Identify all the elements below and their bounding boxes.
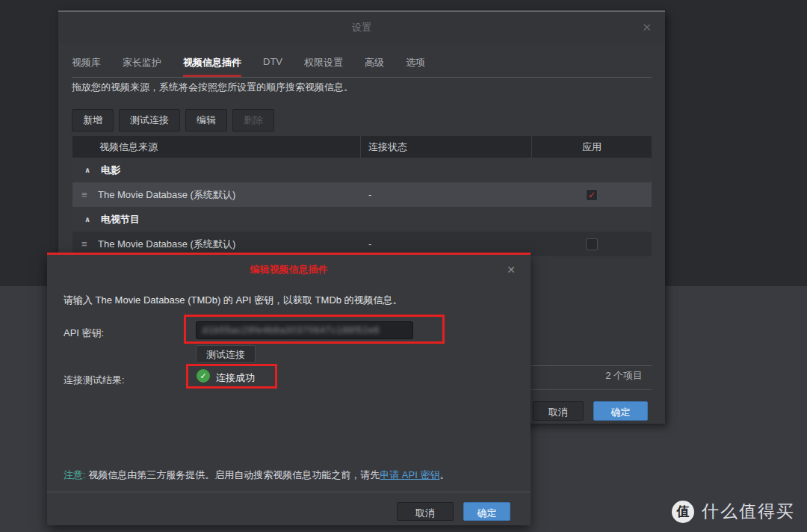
- watermark-text: 什么值得买: [702, 500, 795, 523]
- plugin-table: 视频信息来源 连接状态 应用 ∧ 电影 ≡ The Movie Database…: [72, 136, 652, 256]
- column-source: 视频信息来源: [72, 136, 361, 158]
- note-suffix: 。: [439, 469, 449, 480]
- note-text: 注意: 视频信息由第三方服务提供。启用自动搜索视频信息功能之前，请先申请 API…: [64, 468, 449, 482]
- tab-privileges[interactable]: 权限设置: [304, 50, 343, 77]
- result-value: 连接成功: [216, 371, 255, 385]
- table-row-movies-tmdb[interactable]: ≡ The Movie Database (系统默认) - ✓: [72, 182, 652, 207]
- modal-test-connection-button[interactable]: 测试连接: [196, 345, 256, 363]
- group-label: 电视节目: [101, 213, 140, 226]
- tab-video-library[interactable]: 视频库: [72, 50, 101, 77]
- note-prefix: 注意:: [64, 469, 86, 480]
- item-count: 2 个项目: [605, 369, 643, 383]
- group-label: 电影: [101, 164, 120, 177]
- close-icon[interactable]: ✕: [507, 264, 516, 276]
- close-icon[interactable]: ✕: [642, 21, 652, 34]
- applied-checkbox-unchecked[interactable]: [586, 238, 598, 250]
- result-label: 连接测试结果:: [64, 374, 125, 387]
- edit-plugin-dialog: 编辑视频信息插件 ✕ 请输入 The Movie Database (TMDb)…: [47, 253, 531, 525]
- tab-video-info-plugin[interactable]: 视频信息插件: [183, 50, 241, 77]
- drag-handle-icon[interactable]: ≡: [81, 189, 98, 200]
- success-check-icon: ✓: [197, 369, 210, 383]
- tab-advanced[interactable]: 高级: [365, 50, 384, 77]
- table-header: 视频信息来源 连接状态 应用: [72, 136, 652, 158]
- group-row-tvshows[interactable]: ∧ 电视节目: [72, 207, 652, 232]
- drag-handle-icon[interactable]: ≡: [81, 238, 98, 250]
- source-name: The Movie Database (系统默认): [98, 238, 235, 251]
- modal-ok-button[interactable]: 确定: [463, 502, 510, 521]
- chevron-up-icon[interactable]: ∧: [84, 215, 101, 223]
- modal-footer-divider: [47, 492, 531, 492]
- tab-parental-control[interactable]: 家长监护: [123, 50, 161, 77]
- connection-status: -: [361, 238, 532, 250]
- edit-dialog-title: 编辑视频信息插件: [47, 263, 531, 276]
- edit-button[interactable]: 编辑: [185, 109, 227, 132]
- chevron-up-icon[interactable]: ∧: [84, 166, 101, 174]
- tab-dtv[interactable]: DTV: [263, 50, 282, 77]
- plugin-description: 拖放您的视频来源，系统将会按照您所设置的顺序搜索视频信息。: [72, 81, 353, 94]
- apply-api-key-link[interactable]: 申请 API 密钥: [380, 469, 439, 480]
- settings-cancel-button[interactable]: 取消: [533, 401, 584, 421]
- delete-button: 删除: [232, 109, 274, 132]
- settings-dialog-title: 设置: [58, 12, 665, 43]
- settings-tab-bar: 视频库 家长监护 视频信息插件 DTV 权限设置 高级 选项: [72, 50, 652, 78]
- modal-cancel-button[interactable]: 取消: [397, 502, 454, 521]
- connection-status: -: [361, 189, 532, 200]
- add-button[interactable]: 新增: [72, 109, 114, 132]
- api-key-label: API 密钥:: [64, 327, 104, 340]
- test-connection-button[interactable]: 测试连接: [119, 109, 180, 132]
- smzdm-watermark: 值 什么值得买: [672, 500, 795, 523]
- settings-ok-button[interactable]: 确定: [593, 401, 648, 421]
- plugin-toolbar: 新增 测试连接 编辑 删除: [72, 109, 274, 132]
- api-key-input[interactable]: d1b55ac29fe4b8a30370647c188f52e6: [196, 321, 413, 339]
- note-body: 视频信息由第三方服务提供。启用自动搜索视频信息功能之前，请先: [86, 469, 380, 480]
- edit-dialog-intro: 请输入 The Movie Database (TMDb) 的 API 密钥，以…: [64, 294, 403, 307]
- group-row-movies[interactable]: ∧ 电影: [72, 158, 652, 182]
- api-key-obscured-value: d1b55ac29fe4b8a30370647c188f52e6: [202, 325, 380, 335]
- smzdm-logo-icon: 值: [672, 501, 694, 523]
- applied-checkbox-checked[interactable]: ✓: [586, 189, 598, 201]
- column-status: 连接状态: [361, 136, 532, 158]
- column-applied: 应用: [532, 136, 652, 158]
- source-name: The Movie Database (系统默认): [98, 188, 235, 202]
- tab-options[interactable]: 选项: [406, 50, 425, 77]
